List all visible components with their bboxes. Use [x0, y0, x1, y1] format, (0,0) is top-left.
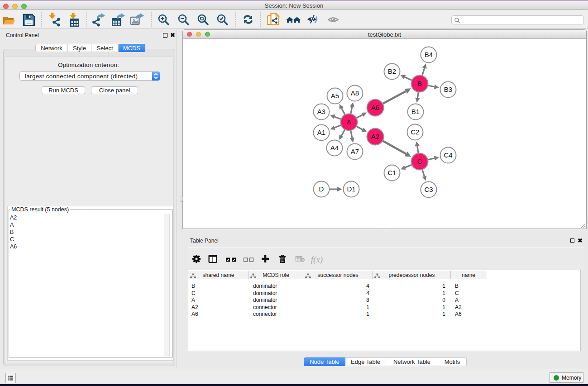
svg-text:B3: B3: [444, 86, 452, 93]
svg-text:A5: A5: [331, 92, 339, 100]
svg-text:B4: B4: [425, 51, 433, 58]
svg-text:D1: D1: [347, 185, 355, 193]
svg-text:C4: C4: [444, 151, 452, 159]
svg-text:C: C: [417, 157, 422, 165]
svg-text:A2: A2: [371, 133, 379, 140]
svg-text:A: A: [347, 118, 351, 126]
svg-text:C1: C1: [387, 169, 396, 176]
svg-text:A7: A7: [351, 148, 359, 155]
svg-text:D: D: [319, 185, 324, 193]
svg-text:A6: A6: [371, 104, 379, 111]
svg-text:C2: C2: [411, 128, 419, 136]
svg-text:A4: A4: [330, 144, 339, 152]
svg-text:A8: A8: [351, 89, 359, 97]
svg-text:B2: B2: [388, 67, 396, 75]
svg-text:C3: C3: [424, 186, 433, 193]
svg-text:B: B: [417, 80, 422, 87]
svg-text:B1: B1: [411, 108, 420, 115]
svg-text:A3: A3: [317, 108, 325, 115]
svg-text:A1: A1: [317, 129, 325, 136]
